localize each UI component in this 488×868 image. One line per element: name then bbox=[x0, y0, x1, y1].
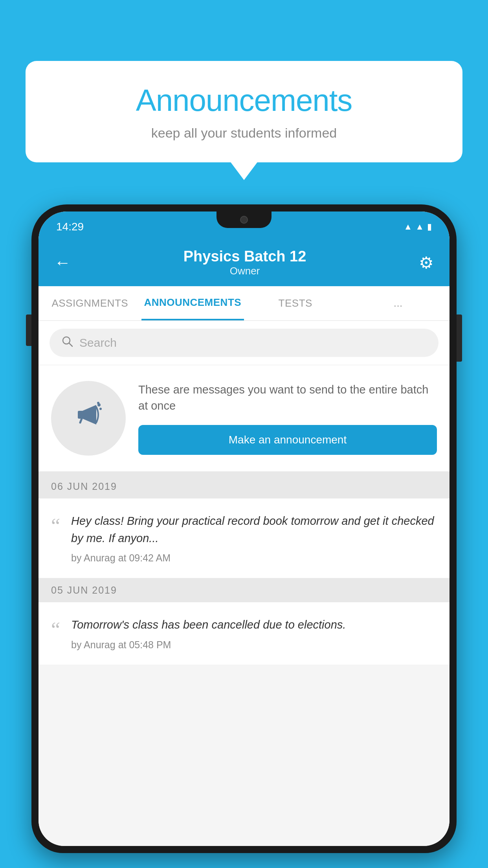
signal-icon: ▲ bbox=[415, 222, 424, 232]
announcement-item-2[interactable]: “ Tomorrow's class has been cancelled du… bbox=[39, 602, 449, 665]
announcement-item-1[interactable]: “ Hey class! Bring your practical record… bbox=[39, 498, 449, 578]
quote-icon-1: “ bbox=[51, 516, 60, 536]
tab-announcements[interactable]: ANNOUNCEMENTS bbox=[141, 286, 244, 320]
batch-title: Physics Batch 12 bbox=[71, 248, 419, 265]
date-separator-1: 06 JUN 2019 bbox=[39, 474, 449, 498]
wifi-icon: ▲ bbox=[404, 222, 412, 232]
battery-icon: ▮ bbox=[427, 222, 432, 232]
announcement-prompt: These are messages you want to send to t… bbox=[39, 365, 449, 474]
prompt-right: These are messages you want to send to t… bbox=[138, 382, 437, 454]
announcement-meta-1: by Anurag at 09:42 AM bbox=[71, 552, 437, 564]
svg-point-4 bbox=[99, 408, 102, 410]
tab-tests[interactable]: TESTS bbox=[244, 286, 347, 320]
bubble-title: Announcements bbox=[49, 83, 439, 118]
speech-bubble: Announcements keep all your students inf… bbox=[26, 61, 462, 162]
announcement-text-1: Hey class! Bring your practical record b… bbox=[71, 513, 437, 547]
search-icon bbox=[61, 335, 73, 350]
back-button[interactable]: ← bbox=[54, 253, 71, 272]
announcement-content-1: Hey class! Bring your practical record b… bbox=[71, 513, 437, 564]
megaphone-circle bbox=[51, 381, 126, 456]
phone-notch bbox=[216, 211, 272, 228]
notch-camera bbox=[240, 216, 248, 224]
status-icons: ▲ ▲ ▮ bbox=[404, 222, 432, 232]
svg-point-5 bbox=[97, 402, 99, 404]
announcement-text-2: Tomorrow's class has been cancelled due … bbox=[71, 616, 437, 634]
megaphone-icon bbox=[71, 397, 106, 440]
tab-bar: ASSIGNMENTS ANNOUNCEMENTS TESTS ... bbox=[39, 286, 449, 321]
speech-bubble-container: Announcements keep all your students inf… bbox=[26, 61, 462, 162]
tab-more[interactable]: ... bbox=[347, 286, 450, 320]
header-title-group: Physics Batch 12 Owner bbox=[71, 248, 419, 277]
app-header: ← Physics Batch 12 Owner ⚙ bbox=[39, 239, 449, 286]
status-time: 14:29 bbox=[56, 221, 84, 233]
announcement-meta-2: by Anurag at 05:48 PM bbox=[71, 639, 437, 651]
date-separator-2: 05 JUN 2019 bbox=[39, 578, 449, 602]
search-placeholder: Search bbox=[79, 336, 117, 349]
settings-icon[interactable]: ⚙ bbox=[419, 253, 434, 272]
quote-icon-2: “ bbox=[51, 620, 60, 640]
make-announcement-button[interactable]: Make an announcement bbox=[138, 425, 437, 455]
batch-role: Owner bbox=[71, 265, 419, 277]
svg-line-1 bbox=[69, 343, 72, 346]
search-container: Search bbox=[39, 321, 449, 365]
prompt-description: These are messages you want to send to t… bbox=[138, 382, 437, 414]
phone-inner: 14:29 ▲ ▲ ▮ ← Physics Batch 12 Owner ⚙ A… bbox=[39, 211, 449, 846]
bubble-subtitle: keep all your students informed bbox=[49, 125, 439, 141]
phone-container: 14:29 ▲ ▲ ▮ ← Physics Batch 12 Owner ⚙ A… bbox=[31, 204, 457, 868]
announcement-content-2: Tomorrow's class has been cancelled due … bbox=[71, 616, 437, 651]
phone-outer: 14:29 ▲ ▲ ▮ ← Physics Batch 12 Owner ⚙ A… bbox=[31, 204, 457, 853]
tab-assignments[interactable]: ASSIGNMENTS bbox=[39, 286, 141, 320]
content-area: Search bbox=[39, 321, 449, 846]
search-bar[interactable]: Search bbox=[50, 329, 438, 357]
